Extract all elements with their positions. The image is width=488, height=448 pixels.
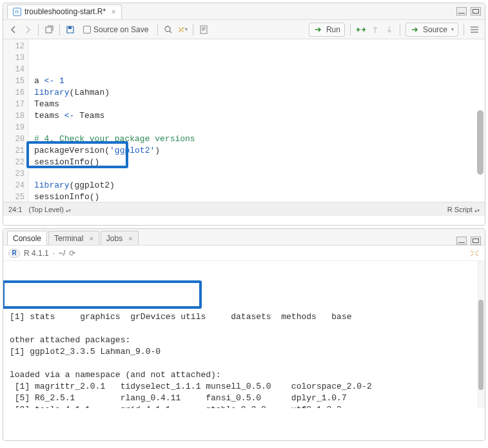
source-icon: [410, 24, 420, 35]
highlight-box-console: [3, 280, 202, 309]
source-statusbar: 24:1 (Top Level) ▴▾ R Script ▴▾: [3, 202, 485, 216]
find-icon[interactable]: [163, 24, 173, 35]
tab-console[interactable]: Console: [7, 231, 47, 245]
console-working-dir[interactable]: ~/: [59, 249, 65, 258]
console-line: [10, 358, 478, 369]
cursor-position: 24:1: [8, 206, 22, 213]
code-area[interactable]: a <- 1library(Lahman)Teamsteams <- Teams…: [29, 39, 235, 202]
source-label: Source: [423, 25, 447, 34]
console-line: [1] stats graphics grDevices utils datas…: [10, 311, 478, 323]
code-line: sessionInfo(): [34, 157, 235, 168]
console-line: loaded via a namespace (and not attached…: [10, 369, 478, 381]
refresh-icon[interactable]: ⟳: [69, 249, 75, 258]
source-toolbar: Source on Save ▾ Run Source ▾: [3, 20, 485, 39]
console-scrollbar[interactable]: [477, 261, 485, 408]
source-tabbar: R troubleshooting-start.R* ×: [3, 3, 485, 20]
line-gutter: 12131415161718192021222324252627: [3, 39, 29, 202]
source-tab-active[interactable]: R troubleshooting-start.R* ×: [7, 5, 122, 19]
console-subheader: R R 4.1.1 · ~/ ⟳: [3, 246, 485, 261]
go-up-icon[interactable]: [370, 24, 380, 35]
console-line: [10, 323, 478, 335]
minimize-pane-icon[interactable]: [456, 7, 467, 15]
language-indicator[interactable]: R Script ▴▾: [447, 206, 480, 213]
source-on-save-label: Source on Save: [93, 25, 148, 34]
code-line: a <- 1: [34, 75, 235, 87]
console-line: other attached packages:: [10, 335, 478, 346]
scope-indicator[interactable]: (Top Level) ▴▾: [28, 206, 70, 213]
svg-rect-4: [470, 253, 479, 254]
run-label: Run: [326, 25, 340, 34]
code-editor[interactable]: 12131415161718192021222324252627 a <- 1l…: [3, 39, 485, 202]
code-line: Teams: [34, 99, 235, 110]
svg-rect-3: [200, 26, 207, 34]
rerun-icon[interactable]: [356, 24, 366, 35]
forward-icon[interactable]: [23, 24, 33, 35]
minimize-pane-icon[interactable]: [456, 237, 467, 245]
console-tabbar: Console Terminal× Jobs×: [3, 229, 485, 246]
source-tab-label: troubleshooting-start.R*: [24, 7, 106, 16]
console-line: [9] tools_4.1.1 grid_4.1.1 gtable_0.3.0 …: [10, 404, 478, 408]
source-button[interactable]: Source ▾: [405, 23, 458, 37]
maximize-pane-icon[interactable]: [471, 7, 481, 15]
show-in-new-window-icon[interactable]: [44, 24, 54, 35]
code-line: sessionInfo(): [34, 191, 235, 202]
editor-scrollbar[interactable]: [477, 39, 483, 202]
maximize-pane-icon[interactable]: [471, 237, 481, 245]
console-line: [1] ggplot2_3.3.5 Lahman_9.0-0: [10, 346, 478, 358]
r-logo-icon: R: [8, 249, 20, 258]
compile-report-icon[interactable]: [199, 24, 209, 35]
source-on-save-toggle[interactable]: Source on Save: [79, 24, 152, 35]
code-line: teams <- Teams: [34, 110, 235, 122]
outline-icon[interactable]: [469, 24, 480, 35]
close-tab-icon[interactable]: ×: [112, 8, 115, 15]
save-icon[interactable]: [65, 24, 75, 35]
back-icon[interactable]: [8, 24, 19, 35]
clear-console-icon[interactable]: [469, 248, 480, 258]
console-path-sep: ·: [53, 249, 55, 258]
pane-window-controls: [456, 237, 481, 245]
svg-rect-0: [46, 27, 52, 33]
tab-jobs[interactable]: Jobs×: [101, 231, 139, 245]
go-down-icon[interactable]: [384, 24, 395, 35]
close-icon[interactable]: ×: [128, 235, 132, 242]
code-line: # 4. Check your package versions: [34, 133, 235, 145]
code-line: [34, 122, 235, 133]
pane-window-controls: [456, 7, 481, 15]
checkbox-icon: [83, 26, 91, 34]
svg-rect-1: [68, 26, 72, 29]
dropdown-caret-icon: ▾: [451, 26, 454, 32]
svg-point-2: [165, 26, 170, 32]
code-line: library(ggplot2): [34, 180, 235, 191]
close-icon[interactable]: ×: [89, 235, 93, 242]
code-line: [34, 168, 235, 180]
console-line: [5] R6_2.5.1 rlang_0.4.11 fansi_0.5.0 dp…: [10, 393, 478, 404]
source-pane: R troubleshooting-start.R* × Source on S…: [3, 3, 485, 226]
console-pane: Console Terminal× Jobs× R R 4.1.1 · ~/ ⟳…: [3, 228, 485, 441]
tab-terminal[interactable]: Terminal×: [48, 231, 99, 245]
r-version-label: R 4.1.1: [24, 249, 49, 258]
code-line: library(Lahman): [34, 87, 235, 99]
code-tools-icon[interactable]: ▾: [177, 24, 188, 35]
console-output[interactable]: [1] stats graphics grDevices utils datas…: [3, 261, 485, 408]
run-icon: [313, 24, 324, 35]
r-file-icon: R: [13, 8, 21, 16]
console-line: [1] magrittr_2.0.1 tidyselect_1.1.1 muns…: [10, 381, 478, 393]
code-line: packageVersion('ggplot2'): [34, 145, 235, 157]
run-button[interactable]: Run: [309, 23, 345, 37]
